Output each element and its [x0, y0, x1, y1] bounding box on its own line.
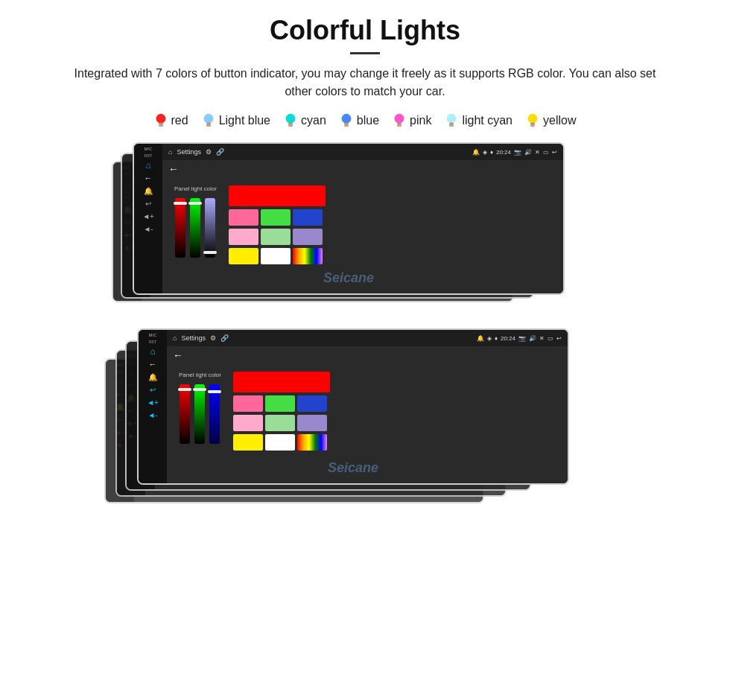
swatch-6[interactable] [293, 229, 323, 245]
swatches-row-2 [229, 229, 326, 245]
description: Integrated with 7 colors of button indic… [67, 65, 663, 101]
swatches-row-3 [229, 248, 326, 264]
panel-label: Panel light color [174, 185, 217, 192]
svg-point-4 [203, 114, 213, 124]
cyan-label: cyan [301, 114, 326, 127]
svg-point-24 [528, 114, 538, 124]
bottom-screens-section: MIC RST ⌂ ← 🔔 ↩ ◄+ ◄- ⌂Settings ← [30, 328, 700, 515]
bottom-swatch-4[interactable] [233, 415, 263, 431]
bottom-swatches-row-2 [233, 415, 330, 431]
svg-rect-3 [159, 126, 163, 127]
red-slider[interactable] [175, 198, 185, 258]
color-label-yellow: yellow [526, 112, 576, 129]
svg-point-8 [286, 114, 296, 124]
swatch-rainbow[interactable] [293, 248, 323, 264]
svg-rect-6 [206, 124, 210, 126]
color-label-pink: pink [393, 112, 431, 129]
swatch-3[interactable] [293, 209, 323, 226]
svg-rect-23 [450, 126, 454, 127]
main-screen-top: MIC RST ⌂ ← 🔔 ↩ ◄+ ◄- ⌂ Settings [133, 142, 565, 295]
lightblue-label: Light blue [219, 114, 270, 127]
red-label: red [171, 114, 188, 127]
svg-rect-22 [449, 124, 454, 126]
top-screens-section: MIC RST ⌂ ← 🔔 ↩ ◄+ ◄- ⌂ Settings [30, 142, 700, 314]
page-container: Colorful Lights Integrated with 7 colors… [0, 0, 730, 700]
lightblue-bulb-icon [202, 112, 215, 129]
bottom-swatch-6[interactable] [297, 415, 327, 431]
svg-rect-26 [530, 124, 535, 126]
swatch-2[interactable] [261, 209, 291, 226]
bottom-panel-label: Panel light color [179, 372, 221, 378]
color-label-cyan: cyan [284, 112, 326, 129]
top-screen-stack: MIC RST ⌂ ← 🔔 ↩ ◄+ ◄- ⌂ Settings [112, 142, 618, 314]
bottom-swatches-row-1 [233, 395, 330, 412]
swatches-row-1 [229, 209, 326, 226]
bottom-swatch-3[interactable] [297, 395, 327, 412]
pink-bulb-icon [393, 112, 406, 129]
swatch-8[interactable] [261, 248, 291, 264]
green-slider[interactable] [190, 198, 200, 258]
swatch-1[interactable] [229, 209, 258, 226]
svg-point-20 [447, 114, 457, 124]
blue-slider[interactable] [205, 198, 215, 258]
color-label-lightblue: Light blue [202, 112, 270, 129]
color-preview [229, 185, 326, 206]
yellow-label: yellow [543, 114, 576, 127]
svg-rect-14 [344, 124, 349, 126]
pink-label: pink [410, 114, 431, 127]
bottom-color-preview [233, 372, 330, 392]
lightcyan-bulb-icon [445, 112, 458, 129]
yellow-bulb-icon [526, 112, 539, 129]
main-screen-bottom: MIC RST ⌂ ← 🔔 ↩ ◄+ ◄- ⌂ Settings [137, 328, 569, 485]
color-label-blue: blue [340, 112, 379, 129]
settings-title: Settings [177, 148, 201, 156]
svg-rect-7 [206, 126, 211, 127]
svg-point-0 [156, 114, 165, 124]
bottom-swatches-row-3 [233, 434, 330, 451]
bottom-blue-slider[interactable] [209, 384, 220, 444]
bottom-swatch-5[interactable] [265, 415, 295, 431]
cyan-bulb-icon [284, 112, 297, 129]
svg-rect-10 [288, 124, 293, 126]
bottom-red-slider[interactable] [180, 384, 190, 444]
svg-rect-11 [288, 126, 293, 127]
title-divider [350, 52, 380, 54]
swatch-5[interactable] [261, 229, 291, 245]
swatch-4[interactable] [229, 229, 258, 245]
svg-rect-27 [530, 126, 535, 127]
bottom-settings-title: Settings [181, 334, 206, 342]
red-bulb-icon [154, 112, 168, 129]
bottom-swatch-8[interactable] [265, 434, 295, 451]
svg-point-12 [341, 114, 351, 124]
color-labels-row: red Light blue cyan [154, 112, 577, 129]
page-title: Colorful Lights [270, 15, 460, 46]
bottom-swatch-1[interactable] [233, 395, 263, 412]
blue-label: blue [357, 114, 379, 127]
svg-rect-19 [397, 126, 402, 127]
bottom-screen-stack: MIC RST ⌂ ← 🔔 ↩ ◄+ ◄- ⌂Settings ← [104, 328, 626, 515]
lightcyan-label: light cyan [462, 114, 512, 127]
svg-point-16 [395, 114, 404, 124]
color-label-lightcyan: light cyan [445, 112, 512, 129]
bottom-green-slider[interactable] [194, 384, 205, 444]
bottom-swatch-2[interactable] [265, 395, 295, 412]
color-label-red: red [154, 112, 188, 129]
bottom-swatch-7[interactable] [233, 434, 263, 451]
svg-rect-18 [397, 124, 402, 126]
swatch-7[interactable] [229, 248, 258, 264]
blue-bulb-icon [340, 112, 353, 129]
svg-rect-15 [344, 126, 349, 127]
bottom-swatch-rainbow[interactable] [297, 434, 327, 451]
svg-rect-2 [158, 124, 162, 126]
